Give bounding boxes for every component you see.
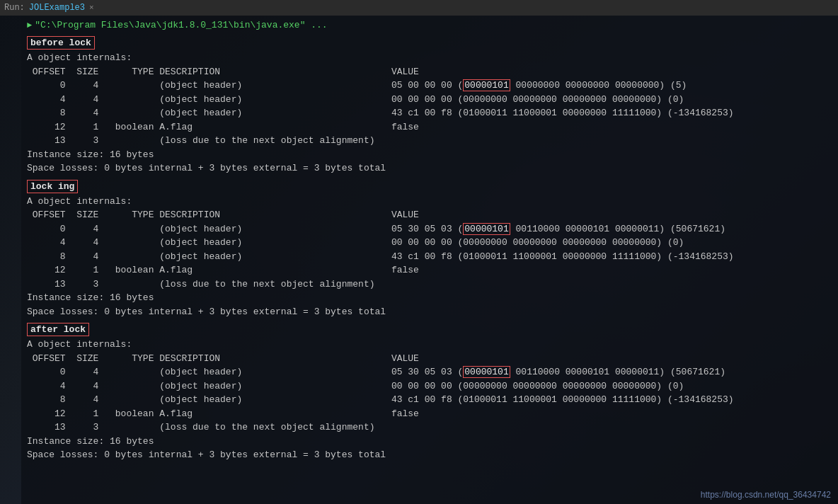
lock-ing-line-1: OFFSET SIZE TYPE DESCRIPTION VALUE xyxy=(21,208,838,222)
cmd-text: "C:\Program Files\Java\jdk1.8.0_131\bin\… xyxy=(35,20,327,30)
before-lock-instance-size: Instance size: 16 bytes xyxy=(21,148,838,162)
after-lock-line-2: 0 4 (object header) 05 30 05 03 (0000010… xyxy=(21,365,838,379)
after-lock-space-losses: Space losses: 0 bytes internal + 3 bytes… xyxy=(21,448,838,462)
console-output: ► "C:\Program Files\Java\jdk1.8.0_131\bi… xyxy=(21,16,838,504)
after-lock-line-4: 8 4 (object header) 43 c1 00 f8 (0100001… xyxy=(21,393,838,407)
after-lock-instance-size: Instance size: 16 bytes xyxy=(21,435,838,449)
after-lock-label: after lock xyxy=(27,323,89,336)
after-lock-line-0: A object internals: xyxy=(21,338,838,352)
lock-ing-line-5: 12 1 boolean A.flag false xyxy=(21,263,838,277)
highlight-afterlock-offset0: 00000101 xyxy=(463,366,510,378)
after-lock-line-5: 12 1 boolean A.flag false xyxy=(21,407,838,421)
after-lock-section: after lock A object internals: OFFSET SI… xyxy=(21,323,838,462)
titlebar: Run: JOLExample3 × xyxy=(0,0,838,16)
lock-ing-label: lock ing xyxy=(27,180,78,193)
before-lock-line-0: A object internals: xyxy=(21,51,838,65)
after-lock-line-6: 13 3 (loss due to the next object alignm… xyxy=(21,420,838,435)
before-lock-space-losses: Space losses: 0 bytes internal + 3 bytes… xyxy=(21,161,838,176)
before-lock-line-5: 12 1 boolean A.flag false xyxy=(21,120,838,134)
after-lock-line-3: 4 4 (object header) 00 00 00 00 (0000000… xyxy=(21,379,838,394)
run-label: Run: xyxy=(4,3,25,13)
close-tab-button[interactable]: × xyxy=(89,4,94,12)
highlight-before-offset0: 00000101 xyxy=(463,79,510,91)
lock-ing-space-losses: Space losses: 0 bytes internal + 3 bytes… xyxy=(21,305,838,319)
before-lock-line-6: 13 3 (loss due to the next object alignm… xyxy=(21,134,838,148)
lock-ing-section: lock ing A object internals: OFFSET SIZE… xyxy=(21,180,838,319)
lock-ing-line-0: A object internals: xyxy=(21,195,838,209)
lock-ing-line-4: 8 4 (object header) 43 c1 00 f8 (0100001… xyxy=(21,250,838,264)
lock-ing-line-3: 4 4 (object header) 00 00 00 00 (0000000… xyxy=(21,236,838,250)
tab-name[interactable]: JOLExample3 xyxy=(29,3,85,13)
command-line: ► "C:\Program Files\Java\jdk1.8.0_131\bi… xyxy=(21,18,838,32)
highlight-locking-offset0: 00000101 xyxy=(463,223,510,235)
before-lock-line-3: 4 4 (object header) 00 00 00 00 (0000000… xyxy=(21,93,838,107)
watermark: https://blog.csdn.net/qq_36434742 xyxy=(701,490,831,500)
ide-container: ▶ ■ ⇩ ⇧ ⟳ ⚙ 📌 🗑 ► "C:\Program Files\Java… xyxy=(0,16,838,504)
before-lock-line-2: 0 4 (object header) 05 00 00 00 (0000010… xyxy=(21,79,838,93)
lock-ing-instance-size: Instance size: 16 bytes xyxy=(21,291,838,305)
before-lock-section: before lock A object internals: OFFSET S… xyxy=(21,36,838,176)
cmd-arrow-icon: ► xyxy=(27,21,32,30)
lock-ing-line-6: 13 3 (loss due to the next object alignm… xyxy=(21,277,838,292)
after-lock-line-1: OFFSET SIZE TYPE DESCRIPTION VALUE xyxy=(21,352,838,366)
before-lock-label: before lock xyxy=(27,36,95,50)
before-lock-line-1: OFFSET SIZE TYPE DESCRIPTION VALUE xyxy=(21,65,838,79)
before-lock-line-4: 8 4 (object header) 43 c1 00 f8 (0100001… xyxy=(21,106,838,120)
lock-ing-line-2: 0 4 (object header) 05 30 05 03 (0000010… xyxy=(21,222,838,236)
